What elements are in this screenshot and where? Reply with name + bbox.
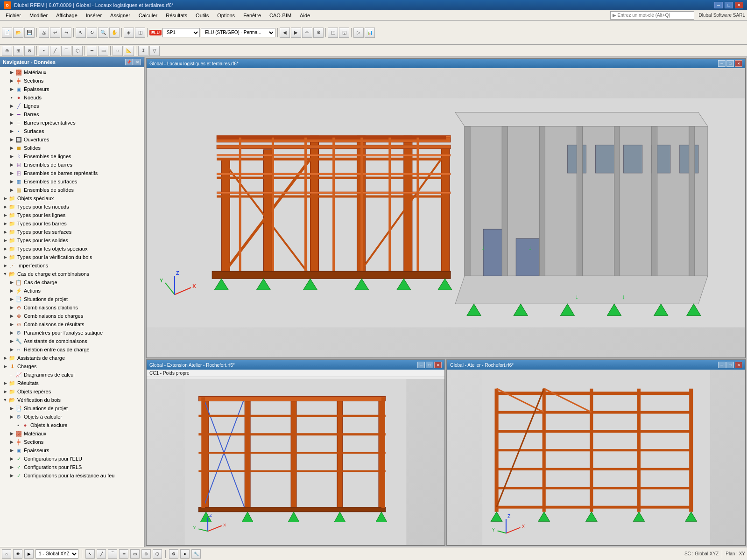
tree-charges[interactable]: ⬇ Charges — [0, 362, 144, 371]
arrow-params-statique[interactable] — [8, 329, 15, 336]
select-button[interactable]: ↖ — [76, 28, 86, 38]
arrow-combi-resultats[interactable] — [8, 321, 15, 328]
arrow-assistants-combi[interactable] — [8, 338, 15, 344]
view-br-maximize[interactable]: □ — [726, 362, 734, 368]
arrow-solides[interactable] — [8, 145, 15, 151]
arrow-ens-barres-rep[interactable] — [8, 170, 15, 176]
menu-options[interactable]: Options — [213, 12, 239, 19]
arrow-right-button[interactable]: ▶ — [291, 28, 301, 38]
menu-aide[interactable]: Aide — [296, 12, 314, 19]
tree-ouvertures[interactable]: 🔲 Ouvertures — [0, 135, 144, 144]
arrow-types-surfaces[interactable] — [2, 229, 8, 235]
status-eye-button[interactable]: 👁 — [13, 549, 22, 559]
menu-fenetre[interactable]: Fenêtre — [240, 12, 265, 19]
arrow-sections[interactable] — [8, 77, 15, 84]
tree-ens-barres[interactable]: ⌸ Ensembles de barres — [0, 161, 144, 169]
node-tool[interactable]: • — [39, 46, 49, 56]
arrow-resultats[interactable] — [2, 380, 8, 386]
view-bl-maximize[interactable]: □ — [426, 362, 433, 368]
arrow-types-solides[interactable] — [2, 237, 8, 244]
tree-config-feu[interactable]: ✓ Configurations pour la résistance au f… — [0, 471, 144, 480]
arrow-lignes[interactable] — [8, 103, 15, 109]
tree-combi-resultats[interactable]: ⊘ Combinaisons de résultats — [0, 320, 144, 329]
tree-actions[interactable]: ⚡ Actions — [0, 287, 144, 295]
tree-types-objets[interactable]: 📁 Types pour les objets spéciaux — [0, 245, 144, 253]
tree-objets-reperes[interactable]: 📁 Objets repères — [0, 387, 144, 396]
load-case-combo2[interactable]: ELU (STR/GEO) - Perma... — [201, 28, 275, 37]
tree-ens-barres-rep[interactable]: ⌹ Ensembles de barres représatifs — [0, 169, 144, 177]
tree-materiaux[interactable]: 🧱 Matériaux — [0, 68, 144, 77]
view2d-button[interactable]: ◱ — [339, 28, 349, 38]
tree-imperfections[interactable]: ⋰ Imperfections — [0, 261, 144, 270]
grid-button[interactable]: ⊞ — [13, 46, 23, 56]
search-input[interactable] — [618, 13, 688, 18]
menu-resultats[interactable]: Résultats — [162, 12, 191, 19]
status-home-button[interactable]: ⌂ — [2, 549, 11, 559]
surface-tool[interactable]: ▭ — [98, 46, 108, 56]
tree-assistants-charge[interactable]: 📁 Assistants de charge — [0, 354, 144, 362]
tree-types-barres[interactable]: 📁 Types pour les barres — [0, 219, 144, 228]
settings-button[interactable]: ⚙ — [313, 28, 324, 38]
poly-tool[interactable]: ⬡ — [72, 46, 83, 56]
arrow-objets-reperes[interactable] — [2, 388, 8, 395]
save-button[interactable]: 💾 — [24, 28, 35, 38]
view3d-button[interactable]: ◰ — [328, 28, 338, 38]
zoom-button[interactable]: 🔍 — [98, 28, 108, 38]
bar-tool[interactable]: ━ — [87, 46, 97, 56]
search-box[interactable]: ▶ — [610, 11, 694, 20]
edit-button[interactable]: ✏ — [302, 28, 312, 38]
tree-cas-charge[interactable]: 📋 Cas de charge — [0, 278, 144, 287]
arrow-config-elu[interactable] — [8, 455, 15, 462]
tree-types-surfaces[interactable]: 📁 Types pour les surfaces — [0, 228, 144, 236]
tree-resultats[interactable]: 📁 Résultats — [0, 379, 144, 387]
arrow-objets-spec[interactable] — [2, 195, 8, 202]
dimension-tool[interactable]: ↔ — [113, 46, 123, 56]
arrow-verif-bois[interactable] — [2, 397, 8, 403]
view-br-minimize[interactable]: ─ — [718, 362, 726, 368]
results-button[interactable]: 📊 — [365, 28, 375, 38]
arc-tool[interactable]: ⌒ — [61, 46, 71, 56]
tree-verif-bois[interactable]: 📂 Vérification du bois — [0, 396, 144, 404]
arrow-materiaux[interactable] — [8, 69, 15, 76]
close-button[interactable]: ✕ — [735, 2, 743, 8]
tree-barres-rep[interactable]: ≡ Barres représentatives — [0, 119, 144, 127]
arrow-assistants-charge[interactable] — [2, 355, 8, 361]
tree-combi-charges[interactable]: ⊗ Combinaisons de charges — [0, 312, 144, 320]
support-tool[interactable]: ▽ — [149, 46, 160, 56]
print-button[interactable]: 🖨 — [39, 28, 49, 38]
view-bottom-right[interactable]: Global - Atelier - Rochefort.rf6* ─ □ ✕ — [446, 359, 746, 546]
snap-button[interactable]: ⊕ — [2, 46, 12, 56]
arrow-types-objets[interactable] — [2, 245, 8, 252]
tree-types-solides[interactable]: 📁 Types pour les solides — [0, 236, 144, 245]
arrow-types-verif[interactable] — [2, 254, 8, 260]
arrow-types-lignes[interactable] — [2, 212, 8, 218]
tree-epaisseurs2[interactable]: ▣ Épaisseurs — [0, 446, 144, 455]
tree-config-elu[interactable]: ✓ Configurations pour l'ELU — [0, 455, 144, 463]
axis-button[interactable]: ⊗ — [24, 46, 35, 56]
tree-surfaces[interactable]: ▪ Surfaces — [0, 127, 144, 135]
arrow-combi-actions[interactable] — [8, 304, 15, 311]
tree-sections[interactable]: ╪ Sections — [0, 77, 144, 85]
arrow-cas-charges[interactable] — [2, 271, 8, 277]
sb-btn1[interactable]: ↖ — [85, 549, 95, 559]
tree-diagrammes[interactable]: ╴ 📈 Diagrammes de calcul — [0, 371, 144, 379]
sb-btn7[interactable]: ⬡ — [153, 549, 162, 559]
view-br-close[interactable]: ✕ — [735, 362, 742, 368]
arrow-ouvertures[interactable] — [8, 136, 15, 143]
status-video-button[interactable]: ▶ — [24, 549, 34, 559]
menu-fichier[interactable]: Fichier — [2, 12, 25, 19]
load-tool[interactable]: ↧ — [138, 46, 148, 56]
sb-btn2[interactable]: ╱ — [97, 549, 106, 559]
load-case-combo1[interactable]: SP1 — [162, 28, 200, 37]
arrow-ens-barres[interactable] — [8, 161, 15, 168]
view-top[interactable]: Global - Locaux logistiques et tertiaire… — [146, 58, 746, 358]
undo-button[interactable]: ↩ — [50, 28, 60, 38]
arrow-config-feu[interactable] — [8, 472, 15, 479]
new-button[interactable]: 📄 — [2, 28, 12, 38]
tree-noeuds[interactable]: • ● Noeuds — [0, 93, 144, 102]
menu-cao-bim[interactable]: CAO-BIM — [266, 12, 295, 19]
arrow-sections2[interactable] — [8, 439, 15, 445]
arrow-epaisseurs2[interactable] — [8, 447, 15, 454]
minimize-button[interactable]: ─ — [714, 2, 723, 8]
sb-btn3[interactable]: ⌒ — [108, 549, 117, 559]
